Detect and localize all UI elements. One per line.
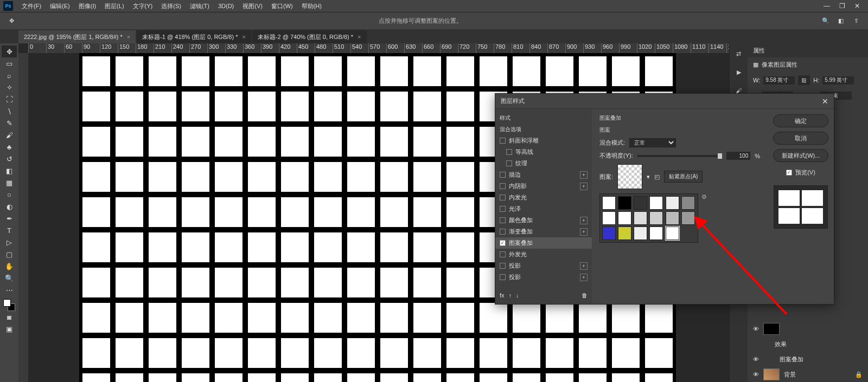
style-checkbox[interactable] bbox=[500, 217, 506, 223]
pattern-swatch[interactable] bbox=[634, 211, 647, 225]
move-tool-icon[interactable]: ✥ bbox=[5, 15, 17, 27]
close-icon[interactable]: × bbox=[358, 34, 361, 40]
style-checkbox[interactable] bbox=[500, 274, 506, 280]
doc-tab-3[interactable]: 未标题-2 @ 740% (图层 0, RGB/8) *× bbox=[252, 30, 367, 43]
style-checkbox[interactable] bbox=[500, 138, 506, 144]
menu-type[interactable]: 文字(Y) bbox=[129, 2, 157, 10]
hand-tool[interactable]: ✋ bbox=[2, 260, 17, 272]
pattern-swatch[interactable] bbox=[602, 211, 616, 225]
style-item[interactable]: 斜面和浮雕 bbox=[495, 135, 592, 146]
link-icon[interactable]: ⛓ bbox=[798, 75, 810, 85]
add-effect-icon[interactable]: + bbox=[580, 262, 588, 270]
eye-icon[interactable]: 👁 bbox=[753, 326, 759, 332]
menu-file[interactable]: 文件(F) bbox=[17, 2, 46, 10]
shape-tool[interactable]: ▢ bbox=[2, 248, 17, 260]
type-tool[interactable]: T bbox=[2, 224, 17, 236]
fx-row[interactable]: 效果 bbox=[748, 336, 868, 352]
lasso-tool[interactable]: ⌕ bbox=[2, 69, 17, 81]
style-checkbox[interactable] bbox=[500, 206, 506, 212]
style-item[interactable]: 内发光 bbox=[495, 192, 592, 203]
style-checkbox[interactable]: ✓ bbox=[500, 240, 506, 246]
pattern-swatch[interactable] bbox=[649, 226, 663, 240]
add-effect-icon[interactable]: + bbox=[580, 183, 588, 190]
style-item[interactable]: 光泽 bbox=[495, 203, 592, 215]
window-minimize[interactable]: — bbox=[819, 2, 834, 10]
quickmask-tool[interactable]: ◙ bbox=[2, 311, 17, 323]
style-checkbox[interactable] bbox=[506, 149, 512, 155]
fx-pattern-row[interactable]: 👁图案叠加 bbox=[748, 352, 868, 367]
snap-origin-button[interactable]: 贴紧原点(A) bbox=[664, 171, 703, 183]
style-checkbox[interactable] bbox=[500, 251, 506, 257]
eye-icon[interactable]: 👁 bbox=[753, 356, 759, 362]
down-icon[interactable]: ↓ bbox=[516, 292, 519, 299]
search-icon[interactable]: 🔍 bbox=[819, 15, 832, 28]
pattern-preview[interactable] bbox=[617, 164, 642, 189]
heal-tool[interactable]: ✎ bbox=[2, 117, 17, 129]
close-icon[interactable]: × bbox=[242, 34, 245, 40]
style-checkbox[interactable] bbox=[500, 172, 506, 178]
dialog-close[interactable]: ✕ bbox=[822, 97, 828, 106]
up-icon[interactable]: ↑ bbox=[509, 292, 512, 299]
pattern-swatch[interactable] bbox=[602, 196, 616, 210]
style-checkbox[interactable] bbox=[500, 229, 506, 235]
add-effect-icon[interactable]: + bbox=[580, 217, 588, 224]
wand-tool[interactable]: ✧ bbox=[2, 81, 17, 93]
stamp-tool[interactable]: ♣ bbox=[2, 141, 17, 153]
add-effect-icon[interactable]: + bbox=[580, 228, 588, 236]
crop-tool[interactable]: ⛶ bbox=[2, 93, 17, 105]
style-item[interactable]: 颜色叠加+ bbox=[495, 215, 592, 226]
style-item[interactable]: 内阴影+ bbox=[495, 180, 592, 192]
blur-tool[interactable]: ○ bbox=[2, 189, 17, 200]
pattern-swatch[interactable] bbox=[618, 196, 631, 210]
workspace-icon[interactable]: ◧ bbox=[834, 15, 847, 28]
ok-button[interactable]: 确定 bbox=[773, 114, 828, 127]
gear-icon[interactable]: ⚙ bbox=[701, 193, 707, 200]
style-item[interactable]: ✓图案叠加 bbox=[495, 237, 592, 249]
style-item[interactable]: 描边+ bbox=[495, 169, 592, 180]
opacity-input[interactable] bbox=[726, 152, 750, 160]
pattern-swatch[interactable] bbox=[618, 226, 631, 240]
eraser-tool[interactable]: ◧ bbox=[2, 165, 17, 177]
new-style-button[interactable]: 新建样式(W)... bbox=[773, 149, 828, 162]
brush-tool[interactable]: 🖌 bbox=[2, 129, 17, 141]
height-input[interactable] bbox=[822, 76, 854, 85]
style-item[interactable]: 外发光 bbox=[495, 249, 592, 260]
doc-tab-1[interactable]: 2222.jpg @ 195% (图层 1, RGB/8#) *× bbox=[18, 30, 136, 43]
style-item[interactable]: 渐变叠加+ bbox=[495, 226, 592, 237]
add-effect-icon[interactable]: + bbox=[580, 274, 588, 281]
pattern-swatch[interactable] bbox=[666, 211, 679, 225]
pen-tool[interactable]: ✒ bbox=[2, 212, 17, 224]
fx-icon[interactable]: fx bbox=[500, 292, 505, 299]
eyedropper-tool[interactable]: ∖ bbox=[2, 105, 17, 117]
pattern-swatch[interactable] bbox=[649, 211, 663, 225]
menu-window[interactable]: 窗口(W) bbox=[267, 2, 297, 10]
close-icon[interactable]: × bbox=[127, 34, 130, 40]
menu-layer[interactable]: 图层(L) bbox=[100, 2, 128, 10]
pattern-swatch[interactable] bbox=[681, 196, 695, 210]
blend-options[interactable]: 混合选项 bbox=[495, 124, 592, 135]
menu-filter[interactable]: 滤镜(T) bbox=[186, 2, 214, 10]
pattern-swatch[interactable] bbox=[666, 226, 679, 240]
move-tool[interactable]: ✥ bbox=[2, 46, 17, 57]
style-item[interactable]: 投影+ bbox=[495, 271, 592, 283]
style-item[interactable]: 纹理 bbox=[495, 158, 592, 169]
menu-view[interactable]: 视图(V) bbox=[238, 2, 267, 10]
menu-image[interactable]: 图像(I) bbox=[74, 2, 100, 10]
gradient-tool[interactable]: ▦ bbox=[2, 177, 17, 189]
style-checkbox[interactable] bbox=[500, 195, 506, 200]
panel-icon-2[interactable]: ▶ bbox=[733, 66, 745, 78]
style-checkbox[interactable] bbox=[500, 263, 506, 269]
menu-help[interactable]: 帮助(H) bbox=[297, 2, 326, 10]
pattern-swatch[interactable] bbox=[666, 196, 679, 210]
color-swatch[interactable] bbox=[3, 299, 15, 311]
style-item[interactable]: 投影+ bbox=[495, 260, 592, 271]
bg-layer-row[interactable]: 👁背景🔒 bbox=[748, 367, 868, 382]
zoom-tool[interactable]: 🔍 bbox=[2, 272, 17, 284]
pattern-swatch[interactable] bbox=[602, 226, 616, 240]
dodge-tool[interactable]: ◐ bbox=[2, 200, 17, 212]
menu-3d[interactable]: 3D(D) bbox=[214, 3, 238, 9]
style-item[interactable]: 等高线 bbox=[495, 146, 592, 158]
trash-icon[interactable]: 🗑 bbox=[582, 292, 588, 299]
marquee-tool[interactable]: ▭ bbox=[2, 57, 17, 69]
window-close[interactable]: ✕ bbox=[850, 2, 865, 10]
